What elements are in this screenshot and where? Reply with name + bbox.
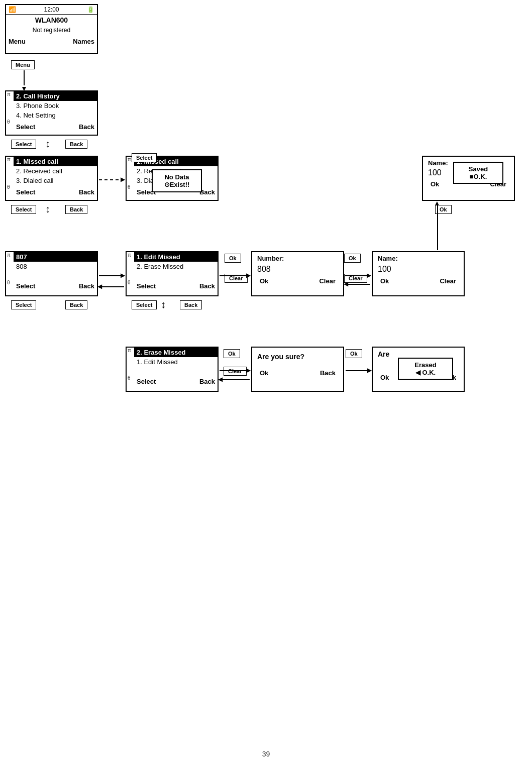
ok-btn-name1[interactable]: Ok bbox=[344, 254, 361, 263]
up-down-arrow-1: ↕ bbox=[45, 138, 50, 150]
back-arrow-edit-erase bbox=[99, 286, 124, 287]
arrow-to-sure bbox=[220, 370, 250, 371]
arrow-head-to-erased: ▶ bbox=[367, 367, 372, 374]
phone-book-item: 3. Phone Book bbox=[14, 101, 97, 111]
status-text: Not registered bbox=[6, 26, 97, 35]
menu-button[interactable]: Menu bbox=[11, 60, 35, 69]
select-btn-3[interactable]: Select bbox=[11, 300, 36, 309]
arrow-head-to-edit: ▶ bbox=[121, 272, 125, 279]
back-btn-2[interactable]: Back bbox=[65, 205, 87, 214]
main-menu-screen: π 2. Call History 3. Phone Book 4. Net S… bbox=[5, 90, 98, 136]
back-btn-4[interactable]: Back bbox=[180, 300, 202, 309]
battery-icon: 🔋 bbox=[87, 6, 94, 13]
select-btn-4[interactable]: Select bbox=[132, 300, 157, 309]
erased-are-text: Are bbox=[378, 350, 459, 358]
call-list-footer: Select Back bbox=[14, 281, 97, 291]
phone-footer: Menu Names bbox=[6, 37, 97, 46]
call-types-footer: Select Back bbox=[14, 187, 97, 197]
theta-symbol-6: θ bbox=[128, 375, 131, 381]
name-ok-clear-footer: Ok Clear bbox=[378, 276, 459, 286]
pi-symbol-6: π bbox=[128, 348, 131, 353]
edit-erase-select: Select bbox=[137, 282, 156, 290]
page-number: 39 bbox=[262, 750, 270, 758]
call-types-popup-screen: π 1. Missed call 2. Received call 3. Dia… bbox=[126, 156, 219, 201]
call-807: 807 bbox=[14, 252, 97, 262]
erase-select: Select bbox=[137, 378, 156, 385]
pi-symbol-3: π bbox=[7, 252, 11, 258]
arrow-head-to-sure: ▶ bbox=[246, 367, 251, 374]
number-value: 808 bbox=[257, 265, 338, 274]
name-clear-btn-1[interactable]: Clear bbox=[440, 277, 456, 285]
call-types-title: 1. Missed call bbox=[14, 157, 97, 166]
dashed-arrow-head-1: ▶ bbox=[121, 176, 125, 183]
name-label-1: Name: bbox=[378, 255, 459, 262]
call-808: 808 bbox=[14, 262, 97, 271]
saved-popup: Saved ■O.K. bbox=[453, 162, 503, 184]
signal-icon: 📶 bbox=[9, 6, 16, 13]
pi-symbol-4: π bbox=[128, 157, 131, 162]
edit-erase-back: Back bbox=[199, 282, 215, 290]
erased-ok-screen: Are Ok Back Erased ◀ O.K. bbox=[372, 347, 465, 392]
theta-symbol-2: θ bbox=[7, 184, 10, 190]
net-setting-item: 4. Net Setting bbox=[14, 111, 97, 120]
are-you-sure-screen: Are you sure? Ok Back bbox=[251, 347, 344, 392]
back-arrow-head-erase: ◀ bbox=[218, 376, 223, 383]
erase-missed-footer: Select Back bbox=[134, 377, 218, 386]
erase-back: Back bbox=[199, 378, 215, 385]
name-saved-ok-label[interactable]: Ok bbox=[431, 180, 439, 188]
back-btn-3[interactable]: Back bbox=[65, 300, 87, 309]
main-menu-title: 2. Call History bbox=[14, 91, 97, 101]
vert-arrow-to-saved bbox=[437, 205, 438, 250]
call-list-back: Back bbox=[79, 282, 94, 290]
model-name: WLAN600 bbox=[6, 15, 97, 26]
select-btn-popup[interactable]: Select bbox=[132, 153, 157, 162]
name-saved-screen: Name: 100 Ok Clear Saved ■O.K. bbox=[422, 156, 515, 201]
clear-btn-erase[interactable]: Clear bbox=[224, 367, 247, 376]
select-btn-1[interactable]: Select bbox=[11, 140, 36, 149]
back-arrow-number bbox=[345, 284, 370, 285]
pi-symbol-1: π bbox=[7, 91, 11, 97]
ok-btn-sure[interactable]: Ok bbox=[346, 349, 362, 358]
names-label: Names bbox=[73, 38, 94, 45]
erased-ok-text: ◀ O.K. bbox=[401, 369, 450, 376]
back-arrow-head-number: ◀ bbox=[344, 280, 348, 287]
theta-symbol-5: θ bbox=[128, 280, 131, 285]
no-data-line2: ⊙Exist!! bbox=[156, 181, 198, 188]
dialed-call-item: 3. Dialed call bbox=[14, 176, 97, 185]
arrow-head-to-number: ▶ bbox=[246, 272, 251, 279]
are-you-sure-back[interactable]: Back bbox=[320, 369, 336, 377]
back-btn-1[interactable]: Back bbox=[65, 140, 87, 149]
up-down-arrow-3: ↕ bbox=[161, 299, 166, 310]
edit-erase-screen: π 1. Edit Missed 2. Erase Missed θ Selec… bbox=[126, 251, 219, 296]
call-list-select: Select bbox=[16, 282, 35, 290]
up-down-arrow-2: ↕ bbox=[45, 203, 50, 215]
ok-btn-erase[interactable]: Ok bbox=[224, 349, 240, 358]
pi-symbol-5: π bbox=[128, 252, 131, 258]
ok-btn-number[interactable]: Ok bbox=[225, 254, 241, 263]
main-menu-footer: Select Back bbox=[14, 122, 97, 132]
number-label: Number: bbox=[257, 255, 338, 262]
call-types-screen: π 1. Missed call 2. Received call 3. Dia… bbox=[5, 156, 98, 201]
phone-screen-top: 📶 12:00 🔋 WLAN600 Not registered Menu Na… bbox=[5, 4, 98, 54]
erased-popup: Erased ◀ O.K. bbox=[398, 358, 453, 380]
theta-symbol-3: θ bbox=[7, 280, 10, 285]
are-you-sure-footer: Ok Back bbox=[257, 368, 338, 378]
are-you-sure-ok[interactable]: Ok bbox=[260, 369, 268, 377]
edit-erase-footer: Select Back bbox=[134, 281, 218, 291]
select-btn-2[interactable]: Select bbox=[11, 205, 36, 214]
arrow-down-to-main bbox=[24, 70, 25, 85]
name-ok-btn-1[interactable]: Ok bbox=[380, 277, 389, 285]
erased-ok-btn[interactable]: Ok bbox=[380, 374, 389, 381]
saved-ok-text: ■O.K. bbox=[457, 173, 500, 180]
number-clear-btn[interactable]: Clear bbox=[319, 277, 336, 285]
menu-label: Menu bbox=[9, 38, 26, 45]
saved-text: Saved bbox=[457, 165, 500, 173]
name-value-1: 100 bbox=[378, 265, 459, 274]
erase-missed-screen: π 2. Erase Missed 1. Edit Missed θ Selec… bbox=[126, 347, 219, 392]
number-ok-btn[interactable]: Ok bbox=[260, 277, 268, 285]
name-ok-clear-screen: Name: 100 Ok Clear bbox=[372, 251, 465, 296]
pi-symbol-2: π bbox=[7, 157, 11, 162]
erase-missed-item: 2. Erase Missed bbox=[134, 262, 218, 271]
received-call-item: 2. Received call bbox=[14, 166, 97, 176]
call-back-label: Back bbox=[79, 188, 94, 196]
